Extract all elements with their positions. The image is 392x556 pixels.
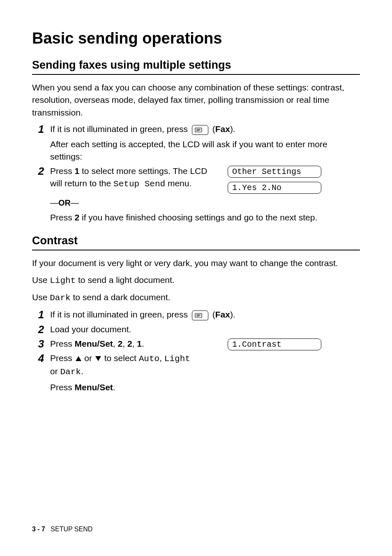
fax-button-icon bbox=[192, 310, 208, 320]
key-2b: 2 bbox=[127, 339, 132, 348]
key-1: 1 bbox=[137, 339, 142, 348]
t: to send a dark document. bbox=[71, 292, 171, 302]
em-dash: — bbox=[71, 198, 79, 207]
key-2: 2 bbox=[118, 339, 123, 348]
t: to select bbox=[102, 353, 139, 363]
step-body: Press or to select Auto, Light or Dark. … bbox=[50, 352, 360, 394]
em-dash: — bbox=[50, 198, 58, 207]
mono-auto: Auto bbox=[139, 354, 159, 364]
step-body: If it is not illuminated in green, press… bbox=[50, 308, 360, 321]
step-number: 1 bbox=[32, 123, 50, 136]
lcd-other-settings: Other Settings bbox=[228, 166, 321, 178]
t: Press bbox=[50, 166, 75, 176]
lcd-yes-no: 1.Yes 2.No bbox=[228, 182, 321, 194]
key-1: 1 bbox=[75, 166, 80, 176]
contrast-step-3: 3 Press Menu/Set, 2, 2, 1. 1.Contrast bbox=[32, 338, 360, 350]
lcd-stack: 1.Contrast bbox=[228, 338, 321, 350]
t: Press bbox=[50, 382, 75, 392]
t: ). bbox=[230, 310, 235, 319]
t: , bbox=[122, 339, 127, 348]
section-heading-contrast: Contrast bbox=[32, 234, 360, 247]
page-number: 3 - 7 bbox=[32, 526, 45, 533]
t: . bbox=[142, 339, 144, 348]
step-number: 3 bbox=[32, 338, 50, 350]
step-2-cont: —OR— Press 2 if you have finished choosi… bbox=[32, 195, 360, 224]
section-rule bbox=[32, 74, 360, 75]
fax-button-icon bbox=[192, 125, 208, 135]
t: menu. bbox=[165, 178, 191, 188]
fax-label: Fax bbox=[215, 310, 230, 319]
contrast-step-4: 4 Press or to select Auto, Light or Dark… bbox=[32, 352, 360, 394]
or-label: OR bbox=[58, 198, 71, 207]
contrast-step-2: 2 Load your document. bbox=[32, 323, 360, 336]
t: , bbox=[113, 339, 118, 348]
t: , bbox=[159, 353, 164, 363]
key-2: 2 bbox=[75, 213, 80, 222]
step-body: —OR— Press 2 if you have finished choosi… bbox=[50, 195, 360, 224]
step-body: Press Menu/Set, 2, 2, 1. bbox=[50, 338, 214, 350]
step-number: 1 bbox=[32, 308, 50, 321]
step-text: ). bbox=[230, 124, 235, 134]
t: , bbox=[132, 339, 137, 348]
t: Use bbox=[32, 275, 50, 285]
step-text: If it is not illuminated in green, press bbox=[50, 124, 190, 134]
mono-dark: Dark bbox=[60, 367, 81, 377]
step-after-text: After each setting is accepted, the LCD … bbox=[50, 138, 360, 163]
section-rule bbox=[32, 250, 360, 250]
use-dark-line: Use Dark to send a dark document. bbox=[32, 291, 360, 304]
intro-paragraph: When you send a fax you can choose any c… bbox=[32, 81, 360, 119]
t: Use bbox=[32, 292, 50, 302]
step-number: 2 bbox=[32, 165, 50, 178]
t: or bbox=[82, 353, 95, 363]
fax-label: Fax bbox=[215, 124, 230, 134]
footer-label: SETUP SEND bbox=[51, 526, 92, 533]
page-footer: 3 - 7 SETUP SEND bbox=[32, 526, 92, 533]
t: Press bbox=[50, 339, 75, 348]
t: or bbox=[50, 366, 60, 376]
step-list-2: 1 If it is not illuminated in green, pre… bbox=[32, 308, 360, 394]
step-body: Load your document. bbox=[50, 323, 360, 336]
contrast-intro: If your document is very light or very d… bbox=[32, 257, 360, 269]
step-1: 1 If it is not illuminated in green, pre… bbox=[32, 123, 360, 163]
arrow-up-icon bbox=[76, 356, 81, 361]
step-2: 2 Press 1 to select more settings. The L… bbox=[32, 165, 360, 194]
section-heading-multiple-settings: Sending faxes using multiple settings bbox=[32, 59, 360, 72]
step-body: Press 1 to select more settings. The LCD… bbox=[50, 165, 214, 191]
t: If it is not illuminated in green, press bbox=[50, 310, 190, 319]
arrow-down-icon bbox=[95, 356, 101, 361]
t: to send a light document. bbox=[76, 275, 175, 285]
mono-dark: Dark bbox=[50, 293, 70, 303]
page-title: Basic sending operations bbox=[32, 30, 360, 47]
step-number: 2 bbox=[32, 323, 50, 336]
t: ( bbox=[212, 310, 215, 319]
mono-light: Light bbox=[164, 354, 190, 364]
t: if you have finished choosing settings a… bbox=[79, 213, 317, 222]
use-light-line: Use Light to send a light document. bbox=[32, 274, 360, 287]
step-list-1: 1 If it is not illuminated in green, pre… bbox=[32, 123, 360, 224]
t: Press bbox=[50, 213, 75, 222]
lcd-contrast: 1.Contrast bbox=[228, 338, 321, 350]
step-text: ( bbox=[212, 124, 215, 134]
mono-light: Light bbox=[50, 276, 76, 285]
step-body: If it is not illuminated in green, press… bbox=[50, 123, 360, 163]
lcd-stack: Other Settings 1.Yes 2.No bbox=[228, 166, 321, 194]
contrast-step-1: 1 If it is not illuminated in green, pre… bbox=[32, 308, 360, 321]
t: . bbox=[113, 382, 115, 392]
menu-set-label: Menu/Set bbox=[75, 339, 113, 348]
menu-set-label: Menu/Set bbox=[75, 382, 113, 392]
mono-setup-send: Setup Send bbox=[113, 179, 165, 189]
t: . bbox=[81, 366, 83, 376]
t: Press bbox=[50, 353, 75, 363]
step-number: 4 bbox=[32, 352, 50, 365]
